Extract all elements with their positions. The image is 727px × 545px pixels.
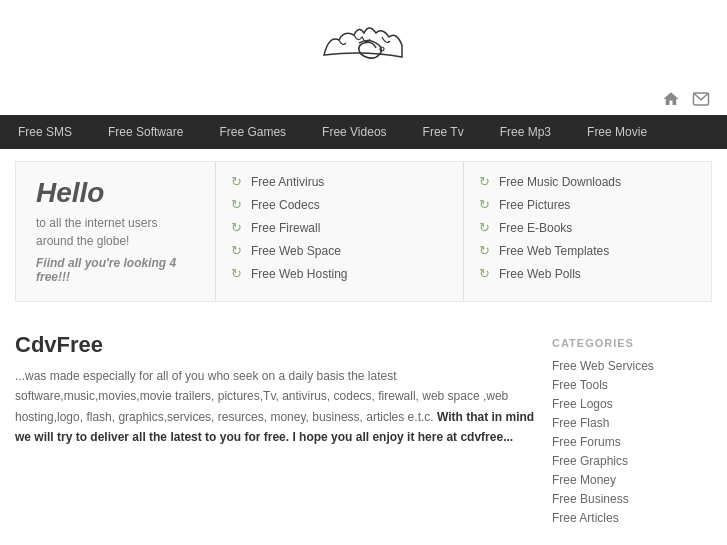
nav-free-movie[interactable]: Free Movie [569, 115, 665, 149]
site-description: ...was made especially for all of you wh… [15, 366, 537, 448]
nav-free-tv[interactable]: Free Tv [405, 115, 482, 149]
refresh-icon-3: ↻ [231, 220, 245, 235]
nav-free-games[interactable]: Free Games [201, 115, 304, 149]
category-tools[interactable]: Free Tools [552, 378, 712, 392]
mail-icon[interactable] [690, 88, 712, 110]
link-antivirus[interactable]: ↻ Free Antivirus [231, 174, 448, 189]
hello-title: Hello [36, 177, 195, 209]
link-music-downloads[interactable]: ↻ Free Music Downloads [479, 174, 696, 189]
content-main: CdvFree ...was made especially for all o… [15, 322, 537, 530]
content-wrapper: CdvFree ...was made especially for all o… [0, 317, 727, 545]
main-nav: Free SMS Free Software Free Games Free V… [0, 115, 727, 149]
hello-text-block: Hello to all the internet users around t… [16, 162, 216, 301]
category-forums[interactable]: Free Forums [552, 435, 712, 449]
refresh-icon-1: ↻ [231, 174, 245, 189]
hello-find: Fiind all you're looking 4 free!!! [36, 256, 195, 284]
nav-free-sms[interactable]: Free SMS [0, 115, 90, 149]
link-web-templates[interactable]: ↻ Free Web Templates [479, 243, 696, 258]
refresh-icon-9: ↻ [479, 243, 493, 258]
link-codecs[interactable]: ↻ Free Codecs [231, 197, 448, 212]
categories-title: CATEGORIES [552, 337, 712, 349]
link-firewall[interactable]: ↻ Free Firewall [231, 220, 448, 235]
refresh-icon-8: ↻ [479, 220, 493, 235]
logo [304, 15, 424, 73]
site-title: CdvFree [15, 332, 537, 358]
category-web-services[interactable]: Free Web Services [552, 359, 712, 373]
category-logos[interactable]: Free Logos [552, 397, 712, 411]
link-ebooks[interactable]: ↻ Free E-Books [479, 220, 696, 235]
hello-subtitle: to all the internet users around the glo… [36, 214, 195, 250]
refresh-icon-2: ↻ [231, 197, 245, 212]
category-money[interactable]: Free Money [552, 473, 712, 487]
right-sidebar: CATEGORIES Free Web Services Free Tools … [552, 322, 712, 530]
category-graphics[interactable]: Free Graphics [552, 454, 712, 468]
refresh-icon-4: ↻ [231, 243, 245, 258]
link-web-space[interactable]: ↻ Free Web Space [231, 243, 448, 258]
home-icon[interactable] [660, 88, 682, 110]
link-col-2: ↻ Free Music Downloads ↻ Free Pictures ↻… [464, 162, 711, 301]
nav-free-videos[interactable]: Free Videos [304, 115, 404, 149]
top-icon-bar [0, 83, 727, 115]
refresh-icon-5: ↻ [231, 266, 245, 281]
link-col-1: ↻ Free Antivirus ↻ Free Codecs ↻ Free Fi… [216, 162, 464, 301]
nav-free-mp3[interactable]: Free Mp3 [482, 115, 569, 149]
refresh-icon-6: ↻ [479, 174, 493, 189]
refresh-icon-10: ↻ [479, 266, 493, 281]
refresh-icon-7: ↻ [479, 197, 493, 212]
header [0, 0, 727, 83]
link-pictures[interactable]: ↻ Free Pictures [479, 197, 696, 212]
category-business[interactable]: Free Business [552, 492, 712, 506]
hello-section-wrapper: Hello to all the internet users around t… [0, 149, 727, 302]
link-columns: ↻ Free Antivirus ↻ Free Codecs ↻ Free Fi… [216, 162, 711, 301]
category-articles[interactable]: Free Articles [552, 511, 712, 525]
description-section: CdvFree ...was made especially for all o… [15, 322, 537, 458]
nav-free-software[interactable]: Free Software [90, 115, 201, 149]
hello-section: Hello to all the internet users around t… [15, 161, 712, 302]
desc-text: ...was made especially for all of you wh… [15, 369, 508, 424]
link-web-hosting[interactable]: ↻ Free Web Hosting [231, 266, 448, 281]
category-flash[interactable]: Free Flash [552, 416, 712, 430]
link-web-polls[interactable]: ↻ Free Web Polls [479, 266, 696, 281]
